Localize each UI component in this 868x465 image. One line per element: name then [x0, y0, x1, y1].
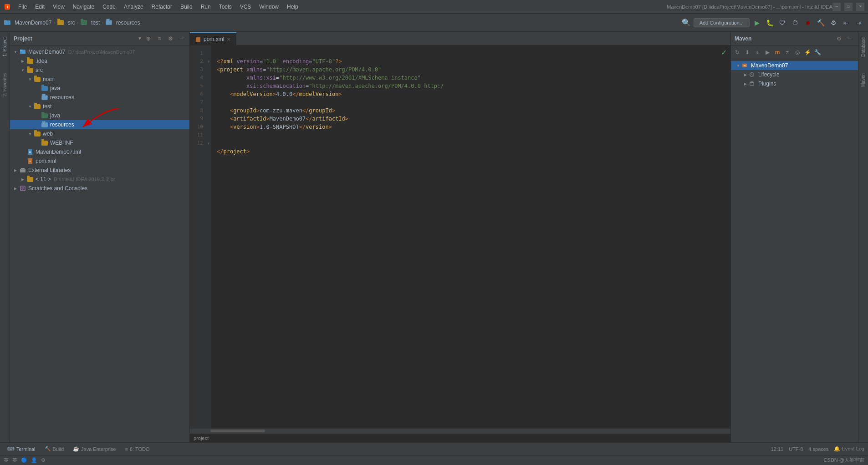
maven-expand-plugins[interactable]: ▶ [742, 80, 749, 87]
menu-edit[interactable]: Edit [31, 3, 48, 11]
tree-item-sdk[interactable]: ▶ < 11 > D:\IntelliJ IDEA 2019.3.3\jbr [10, 175, 189, 184]
maven-content[interactable]: ▼ m MavenDemo07 ▶ Lifec [731, 59, 858, 442]
expand-icon-iml[interactable] [19, 148, 26, 156]
locate-in-tree-button[interactable]: ⊕ [144, 34, 153, 43]
tree-item-src[interactable]: ▼ src [10, 66, 189, 75]
tree-item-idea[interactable]: ▶ .idea [10, 56, 189, 66]
menu-tools[interactable]: Tools [215, 3, 235, 11]
panel-settings-button[interactable]: ⚙ [166, 34, 175, 43]
breadcrumb-test[interactable]: test [91, 20, 100, 26]
fold-btn-10[interactable] [206, 123, 211, 131]
expand-icon-mavenmemo07[interactable]: ▼ [12, 48, 19, 56]
collapse-all-button[interactable]: ≡ [155, 34, 164, 43]
maximize-button[interactable]: □ [844, 3, 853, 11]
expand-icon-src[interactable]: ▼ [19, 66, 26, 74]
maven-lifecycle-button[interactable]: ⚡ [803, 48, 812, 57]
fold-btn-8[interactable] [206, 106, 211, 115]
maven-close-button[interactable]: ─ [845, 34, 854, 43]
menu-window[interactable]: Window [255, 3, 282, 11]
maven-expand-lifecycle[interactable]: ▶ [742, 71, 749, 78]
fold-btn-12[interactable]: ▼ [206, 139, 211, 147]
maven-expand-root[interactable]: ▼ [735, 62, 742, 69]
menu-refactor[interactable]: Refactor [148, 3, 176, 11]
maven-download-button[interactable]: ⬇ [743, 48, 752, 57]
side-tab-project[interactable]: 1: Project [1, 34, 8, 60]
bottom-tab-java-enterprise[interactable]: ☕ Java Enterprise [69, 445, 119, 453]
menu-build[interactable]: Build [177, 3, 196, 11]
panel-close-button[interactable]: ─ [177, 34, 186, 43]
fold-btn-2[interactable]: ▼ [206, 57, 211, 66]
status-ime[interactable]: 🔵 [21, 457, 27, 463]
expand-icon-scratches[interactable]: ▶ [12, 185, 19, 192]
maven-run-button[interactable]: ▶ [763, 48, 772, 57]
maven-refresh-button[interactable]: ↻ [733, 48, 742, 57]
maven-add-button[interactable]: + [753, 48, 762, 57]
expand-icon-test-resources[interactable] [34, 121, 41, 128]
menu-code[interactable]: Code [99, 3, 119, 11]
fold-btn-7[interactable] [206, 98, 211, 106]
minimize-button[interactable]: ─ [832, 3, 841, 11]
expand-icon-sdk[interactable]: ▶ [19, 176, 26, 183]
expand-icon-pomxml[interactable] [19, 157, 26, 165]
menu-help[interactable]: Help [283, 3, 302, 11]
tree-item-web[interactable]: ▼ web [10, 129, 189, 138]
fold-btn-9[interactable] [206, 115, 211, 123]
tree-item-iml[interactable]: m MavenDemo07.iml [10, 147, 189, 157]
fold-btn-5[interactable] [206, 82, 211, 90]
expand-icon-main-java[interactable] [34, 85, 41, 92]
search-everywhere-icon[interactable]: 🔍 [681, 17, 692, 28]
maven-m-button[interactable]: m [773, 48, 782, 57]
build-project-button[interactable]: 🔨 [815, 17, 826, 28]
expand-left-button[interactable]: ⇤ [841, 17, 852, 28]
expand-icon-main-resources[interactable] [34, 94, 41, 101]
tree-item-ext-lib[interactable]: ▶ External Libraries [10, 166, 189, 175]
expand-icon-ext-lib[interactable]: ▶ [12, 167, 19, 174]
fold-btn-11[interactable] [206, 131, 211, 139]
menu-navigate[interactable]: Navigate [69, 3, 98, 11]
bottom-tab-todo[interactable]: ≡ 6: TODO [121, 445, 153, 453]
settings-button[interactable]: ⚙ [828, 17, 839, 28]
fold-btn-1[interactable] [206, 49, 211, 57]
expand-icon-idea[interactable]: ▶ [19, 57, 26, 65]
tree-item-main-resources[interactable]: resources [10, 93, 189, 102]
expand-right-button[interactable]: ⇥ [853, 17, 864, 28]
menu-view[interactable]: View [49, 3, 68, 11]
menu-vcs[interactable]: VCS [236, 3, 255, 11]
run-button[interactable]: ▶ [751, 17, 762, 28]
expand-icon-webinf[interactable] [34, 139, 41, 147]
status-event-log[interactable]: 🔔 Event Log [834, 446, 864, 452]
expand-icon-web[interactable]: ▼ [26, 130, 34, 137]
status-lang-en[interactable]: 英 [4, 457, 9, 464]
maven-tree-mavendemo07[interactable]: ▼ m MavenDemo07 [731, 61, 858, 70]
editor-tab-pomxml[interactable]: pom.xml ✕ [190, 32, 236, 45]
editor-content[interactable]: 1 2 3 4 5 6 7 8 9 10 11 12 ▼ [190, 45, 730, 429]
expand-icon-main[interactable]: ▼ [26, 76, 34, 83]
side-tab-favorites[interactable]: 2: Favorites [1, 69, 8, 100]
bottom-tab-build[interactable]: 🔨 Build [41, 445, 67, 453]
expand-icon-test-java[interactable] [34, 112, 41, 119]
tree-item-test-resources[interactable]: resources [10, 120, 189, 129]
breadcrumb-src[interactable]: src [68, 20, 75, 26]
fold-btn-6[interactable] [206, 90, 211, 98]
status-settings-tray[interactable]: ⚙ [41, 457, 46, 463]
editor-horizontal-scrollbar[interactable] [190, 429, 730, 433]
tree-item-pomxml[interactable]: x pom.xml [10, 157, 189, 166]
side-tab-database[interactable]: Database [860, 34, 867, 61]
breadcrumb-project[interactable]: MavenDemo07 [15, 20, 51, 26]
maven-show-dependencies-button[interactable]: ◎ [793, 48, 802, 57]
profile-button[interactable]: ⏱ [790, 17, 801, 28]
tree-item-test[interactable]: ▼ test [10, 102, 189, 111]
status-lang-cn[interactable]: 英 [12, 457, 17, 464]
bottom-tab-terminal[interactable]: ⌨ Terminal [4, 445, 39, 453]
menu-file[interactable]: File [15, 3, 31, 11]
maven-skip-tests-button[interactable]: ≠ [783, 48, 792, 57]
tab-close-pomxml[interactable]: ✕ [227, 37, 230, 42]
maven-tree-lifecycle[interactable]: ▶ Lifecycle [731, 70, 858, 79]
tree-item-scratches[interactable]: ▶ Scratches and Consoles [10, 184, 189, 193]
maven-wrench-button[interactable]: 🔧 [813, 48, 822, 57]
code-content[interactable]: <?xml version="1.0" encoding="UTF-8"?> <… [211, 45, 730, 429]
breadcrumb-resources[interactable]: resources [116, 20, 140, 26]
tree-item-webinf[interactable]: WEB-INF [10, 138, 189, 147]
tree-item-test-java[interactable]: java [10, 111, 189, 120]
menu-run[interactable]: Run [197, 3, 214, 11]
